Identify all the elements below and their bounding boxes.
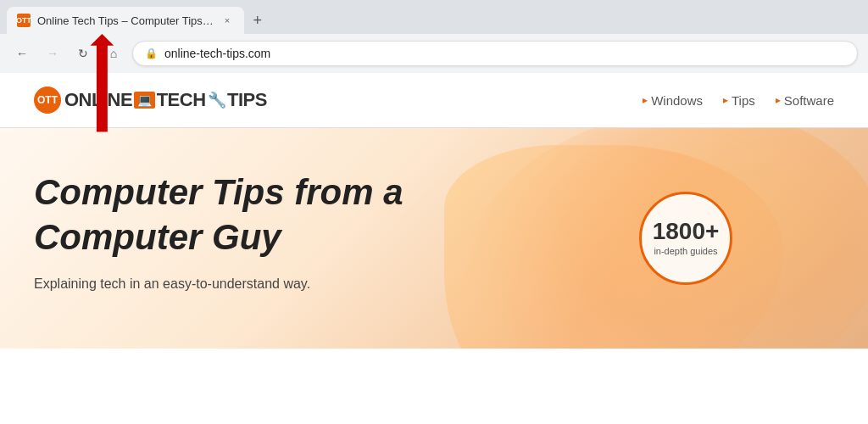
nav-item-windows[interactable]: ▸ Windows	[643, 93, 703, 108]
site-header: OTT ONLINE💻TECH🔧TIPS ▸ Windows ▸ Tips ▸ …	[0, 73, 868, 128]
tab-title: Online Tech Tips – Computer Tips…	[37, 14, 214, 27]
logo-text: ONLINE💻TECH🔧TIPS	[64, 89, 267, 111]
logo-monitor-icon: 💻	[134, 92, 155, 109]
url-text: online-tech-tips.com	[164, 47, 270, 60]
logo-online: ONLINE	[64, 89, 132, 111]
nav-item-tips[interactable]: ▸ Tips	[723, 93, 755, 108]
nav-label-software: Software	[784, 93, 834, 108]
hero-title: Computer Tips from a Computer Guy	[34, 170, 542, 259]
website-content: OTT ONLINE💻TECH🔧TIPS ▸ Windows ▸ Tips ▸ …	[0, 73, 868, 349]
address-bar[interactable]: 🔒 online-tech-tips.com	[132, 41, 858, 66]
logo-tech: TECH	[157, 89, 206, 111]
hero-subtitle: Explaining tech in an easy-to-understand…	[34, 276, 542, 292]
new-tab-button[interactable]: +	[246, 8, 270, 32]
tab-bar: OTT Online Tech Tips – Computer Tips… × …	[0, 0, 868, 34]
home-button[interactable]: ⌂	[102, 42, 125, 65]
nav-item-software[interactable]: ▸ Software	[776, 93, 834, 108]
forward-button[interactable]: →	[41, 42, 64, 65]
hero-content: Computer Tips from a Computer Guy Explai…	[34, 170, 542, 292]
site-logo: OTT ONLINE💻TECH🔧TIPS	[34, 86, 267, 114]
nav-bullet: ▸	[723, 94, 728, 106]
site-navigation: ▸ Windows ▸ Tips ▸ Software	[643, 93, 834, 108]
active-tab[interactable]: OTT Online Tech Tips – Computer Tips… ×	[7, 7, 244, 34]
logo-wrench-icon: 🔧	[208, 91, 226, 109]
nav-bullet: ▸	[776, 94, 781, 106]
badge-label: in-depth guides	[654, 245, 717, 257]
browser-window: OTT Online Tech Tips – Computer Tips… × …	[0, 0, 868, 349]
logo-tips: TIPS	[227, 89, 267, 111]
refresh-button[interactable]: ↻	[71, 42, 95, 65]
logo-icon: OTT	[34, 86, 61, 114]
hero-section: Computer Tips from a Computer Guy Explai…	[0, 128, 868, 349]
navigation-bar: ← → ↻ ⌂ 🔒 online-tech-tips.com	[0, 34, 868, 73]
badge-number: 1800+	[653, 220, 720, 243]
hero-badge: 1800+ in-depth guides	[639, 192, 732, 285]
back-button[interactable]: ←	[10, 42, 34, 65]
nav-label-windows: Windows	[651, 93, 703, 108]
tab-favicon: OTT	[17, 14, 31, 27]
tab-close-button[interactable]: ×	[220, 14, 234, 27]
lock-icon: 🔒	[145, 47, 158, 59]
nav-bullet: ▸	[643, 94, 648, 106]
nav-label-tips: Tips	[732, 93, 755, 108]
